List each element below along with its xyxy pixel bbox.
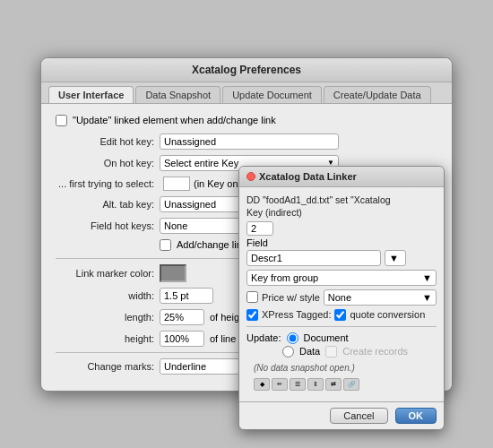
no-snapshot-label: (No data snapshot open.) (246, 361, 437, 376)
edit-hotkey-input[interactable] (160, 134, 339, 150)
edit-hotkey-label: Edit hot key: (56, 136, 154, 147)
chevron-down-icon3: ▼ (422, 272, 432, 283)
update-section: Update: Document Data Create records (246, 332, 437, 358)
key-from-group-select[interactable]: Key from group ▼ (246, 270, 437, 286)
tab-create-update-data[interactable]: Create/Update Data (324, 86, 431, 103)
ok-button[interactable]: OK (395, 408, 437, 424)
dd-line1: DD "foodAd1_dd.txt" set "Xcatalog (246, 194, 437, 205)
first-trying-label: ... first trying to select: (56, 178, 154, 189)
window-title: Xcatalog Preferences (192, 64, 301, 76)
price-style-label: Price w/ style (262, 292, 320, 303)
add-change-checkbox[interactable] (160, 239, 171, 251)
main-window: Xcatalog Preferences User Interface Data… (40, 57, 453, 392)
width-label: width: (56, 290, 154, 301)
field-input[interactable] (246, 250, 381, 266)
key-from-group-row: Key from group ▼ (246, 270, 437, 286)
alt-tab-label: Alt. tab key: (56, 199, 154, 210)
price-style-checkbox[interactable] (246, 291, 258, 303)
data-radio[interactable] (282, 346, 294, 358)
toolbar-icon-2[interactable]: ✏ (272, 378, 288, 391)
close-button[interactable] (246, 172, 255, 181)
tab-bar: User Interface Data Snapshot Update Docu… (41, 82, 452, 104)
quote-conversion-label: quote conversion (350, 309, 425, 320)
document-label: Document (304, 332, 349, 343)
on-hotkey-label: On hot key: (56, 158, 154, 168)
create-records-checkbox[interactable] (325, 346, 337, 358)
float-body: DD "foodAd1_dd.txt" set "Xcatalog Key (i… (239, 187, 444, 401)
create-records-label: Create records (342, 346, 408, 357)
field-label: Field (246, 237, 437, 248)
tab-user-interface[interactable]: User Interface (48, 86, 134, 103)
update-checkbox-row: "Update" linked element when add/change … (56, 115, 437, 126)
width-input[interactable] (160, 288, 213, 304)
toolbar-icons: ◆ ✏ ☰ ⇕ ⇄ 🔗 (246, 376, 437, 394)
link-marker-label: Link marker color: (56, 268, 154, 279)
toolbar-icon-4[interactable]: ⇕ (307, 378, 324, 391)
toolbar-icon-5[interactable]: ⇄ (325, 378, 342, 391)
toolbar-icon-6[interactable]: 🔗 (343, 378, 359, 391)
chevron-icon: ▼ (389, 253, 399, 263)
chevron-down-icon4: ▼ (422, 292, 432, 303)
field-type-select[interactable]: ▼ (385, 250, 406, 266)
field-row: ▼ (246, 250, 437, 266)
quote-conversion-checkbox[interactable] (334, 309, 346, 321)
number-input[interactable] (246, 221, 273, 236)
float-title-label: Xcatalog Data Linker (259, 171, 357, 182)
change-marks-label: Change marks: (56, 361, 154, 372)
cancel-button[interactable]: Cancel (330, 408, 387, 424)
tab-data-snapshot[interactable]: Data Snapshot (135, 86, 221, 103)
toolbar-icon-1[interactable]: ◆ (254, 378, 270, 391)
bottom-bar: Cancel OK (239, 401, 444, 429)
dd-line2: Key (indirect) (246, 207, 437, 218)
length-input[interactable] (160, 309, 204, 325)
xpress-tagged-label: XPress Tagged: (262, 309, 331, 320)
xpress-tagged-checkbox[interactable] (246, 309, 258, 321)
update-checkbox-label: "Update" linked element when add/change … (73, 115, 276, 125)
update-label: Update: (246, 332, 281, 343)
edit-hotkey-row: Edit hot key: (56, 134, 437, 150)
price-style-select[interactable]: None ▼ (324, 289, 437, 306)
color-swatch[interactable] (160, 264, 186, 282)
price-style-row: Price w/ style None ▼ (246, 289, 437, 306)
data-label: Data (299, 346, 320, 357)
document-radio[interactable] (287, 332, 298, 344)
length-label: length: (56, 312, 154, 323)
xpress-tagged-row: XPress Tagged: quote conversion (246, 309, 437, 321)
field-hotkeys-label: Field hot keys: (56, 220, 154, 231)
toolbar-icon-3[interactable]: ☰ (290, 378, 306, 391)
in-key-input[interactable] (163, 177, 190, 191)
data-radio-row: Data Create records (282, 346, 437, 358)
update-label-row: Update: Document (246, 332, 437, 344)
float-dialog: Xcatalog Data Linker DD "foodAd1_dd.txt"… (238, 166, 445, 430)
update-checkbox[interactable] (56, 115, 67, 126)
height-input[interactable] (160, 331, 204, 347)
title-bar: Xcatalog Preferences (41, 58, 452, 82)
height-label: height: (56, 333, 154, 344)
float-title-bar: Xcatalog Data Linker (239, 167, 444, 187)
tab-update-document[interactable]: Update Document (222, 86, 322, 103)
